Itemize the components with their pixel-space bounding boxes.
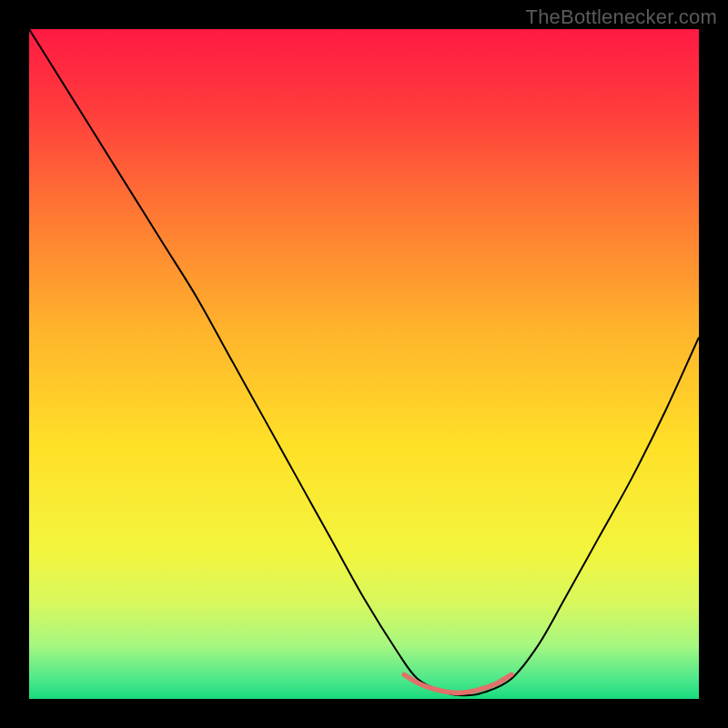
- plot-area: [29, 29, 699, 699]
- chart-frame: TheBottlenecker.com: [0, 0, 728, 728]
- bottleneck-chart: [29, 29, 699, 699]
- watermark-text: TheBottlenecker.com: [526, 5, 717, 29]
